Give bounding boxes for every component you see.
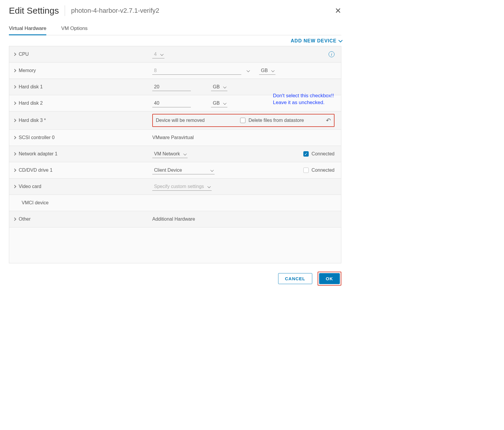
memory-unit-select[interactable]: GB <box>259 67 275 75</box>
chevron-down-icon <box>206 184 210 189</box>
row-hard-disk-2: Hard disk 2 GB <box>9 95 341 112</box>
chevron-down-icon <box>222 101 226 106</box>
row-network-adapter-1: Network adapter 1 VM Network Connected <box>9 146 341 162</box>
dialog-title: Edit Settings <box>9 6 59 16</box>
hd1-unit-select[interactable]: GB <box>211 83 227 91</box>
chevron-right-icon[interactable] <box>13 101 16 105</box>
chevron-right-icon[interactable] <box>13 217 16 221</box>
tab-bar: Virtual Hardware VM Options <box>9 23 341 35</box>
delete-files-label: Delete files from datastore <box>248 118 304 123</box>
close-icon[interactable]: ✕ <box>335 7 341 15</box>
undo-icon[interactable]: ↶ <box>326 117 331 124</box>
other-value: Additional Hardware <box>152 216 195 222</box>
chevron-down-icon <box>270 68 274 73</box>
row-hard-disk-3: Don't select this checkbox!! Leave it as… <box>9 112 341 130</box>
empty-space <box>9 227 341 263</box>
memory-input[interactable] <box>152 67 241 75</box>
network-connected-checkbox[interactable] <box>303 151 309 157</box>
chevron-right-icon[interactable] <box>13 136 16 139</box>
other-label: Other <box>19 216 31 222</box>
cpu-value: 4 <box>154 52 157 57</box>
memory-unit: GB <box>261 68 268 73</box>
scsi-label: SCSI controller 0 <box>19 135 55 140</box>
tab-virtual-hardware[interactable]: Virtual Hardware <box>9 23 46 35</box>
network-connected-label: Connected <box>312 151 335 157</box>
chevron-right-icon[interactable] <box>13 168 16 172</box>
settings-panel: CPU 4 i Memory GB Hard disk 1 <box>9 46 341 263</box>
video-label: Video card <box>19 184 41 189</box>
row-memory: Memory GB <box>9 63 341 79</box>
hd1-size-input[interactable] <box>152 83 191 91</box>
cd-value: Client Device <box>154 168 182 173</box>
hd3-status: Device will be removed <box>156 118 205 123</box>
chevron-right-icon[interactable] <box>13 152 16 155</box>
network-value: VM Network <box>154 151 180 157</box>
add-new-device-button[interactable]: ADD NEW DEVICE <box>291 38 341 44</box>
row-scsi-controller-0: SCSI controller 0 VMware Paravirtual <box>9 130 341 146</box>
row-other: Other Additional Hardware <box>9 211 341 227</box>
chevron-right-icon[interactable] <box>13 119 16 122</box>
chevron-down-icon <box>182 151 186 157</box>
memory-label: Memory <box>19 68 36 73</box>
dialog-footer: CANCEL OK <box>9 272 341 286</box>
hd2-label: Hard disk 2 <box>19 101 43 106</box>
ok-button[interactable]: OK <box>319 273 340 284</box>
net-label: Network adapter 1 <box>19 151 58 157</box>
hd2-size-input[interactable] <box>152 99 191 107</box>
hd1-label: Hard disk 1 <box>19 84 43 90</box>
row-hard-disk-1: Hard disk 1 GB <box>9 79 341 95</box>
chevron-right-icon[interactable] <box>13 69 16 72</box>
chevron-down-icon <box>338 38 341 44</box>
hd1-unit: GB <box>213 84 220 90</box>
hd2-unit: GB <box>213 101 220 106</box>
cd-select[interactable]: Client Device <box>152 166 215 174</box>
hd3-label: Hard disk 3 * <box>19 118 46 123</box>
chevron-right-icon[interactable] <box>13 185 16 188</box>
cpu-select[interactable]: 4 <box>152 50 164 58</box>
video-value: Specify custom settings <box>154 184 204 189</box>
row-cd-dvd-drive-1: CD/DVD drive 1 Client Device Connected <box>9 162 341 179</box>
cpu-label: CPU <box>19 52 29 57</box>
video-select[interactable]: Specify custom settings <box>152 183 212 191</box>
add-new-device-label: ADD NEW DEVICE <box>291 38 337 44</box>
scsi-value: VMware Paravirtual <box>152 135 194 140</box>
info-icon[interactable]: i <box>329 51 335 57</box>
ok-highlight: OK <box>318 272 342 286</box>
row-vmci-device: VMCI device <box>9 195 341 211</box>
vmci-label: VMCI device <box>22 200 49 206</box>
cd-connected-checkbox <box>303 168 309 173</box>
chevron-right-icon[interactable] <box>13 85 16 88</box>
hd2-unit-select[interactable]: GB <box>211 99 227 107</box>
cd-connected-label: Connected <box>312 168 335 173</box>
chevron-down-icon <box>209 168 213 173</box>
chevron-down-icon <box>159 52 163 57</box>
delete-files-checkbox[interactable] <box>240 118 245 123</box>
cancel-button[interactable]: CANCEL <box>278 273 312 284</box>
header-separator <box>65 5 65 16</box>
network-select[interactable]: VM Network <box>152 150 188 158</box>
chevron-down-icon <box>245 68 249 73</box>
dialog-header: Edit Settings photon-4-harbor-v2.7.1-ver… <box>9 5 341 16</box>
cd-label: CD/DVD drive 1 <box>19 168 53 173</box>
row-cpu: CPU 4 i <box>9 46 341 63</box>
chevron-down-icon <box>222 84 226 90</box>
row-video-card: Video card Specify custom settings <box>9 179 341 195</box>
tab-vm-options[interactable]: VM Options <box>61 23 88 35</box>
chevron-right-icon[interactable] <box>13 52 16 56</box>
vm-name: photon-4-harbor-v2.7.1-verify2 <box>71 7 329 15</box>
